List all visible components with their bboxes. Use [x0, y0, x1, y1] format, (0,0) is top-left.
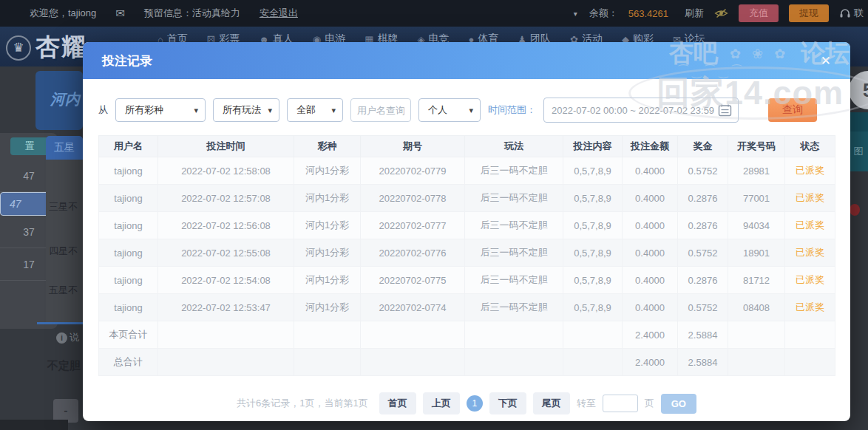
cell-content: 0,5,7,8,9	[563, 294, 623, 321]
info-icon: i	[56, 332, 67, 344]
cell-content: 0,5,7,8,9	[563, 157, 623, 185]
cell-status: 已派奖	[785, 239, 835, 267]
bg-red-dot	[850, 204, 860, 216]
bg-tab-0[interactable]: 三星不	[49, 200, 78, 214]
modal-title: 投注记录	[102, 52, 152, 69]
cell-bet-time: 2022-07-02 12:57:08	[158, 185, 294, 212]
cell-username: tajiong	[99, 267, 158, 294]
lottery-type-select[interactable]: 所有彩种 ▾	[115, 98, 206, 122]
notice-text: 预留信息：活动真给力	[144, 7, 240, 20]
cell-content: 0,5,7,8,9	[563, 239, 623, 267]
cell-issue: 20220702-0777	[361, 212, 465, 239]
status-select[interactable]: 全部 ▾	[287, 98, 343, 122]
modal-header: 投注记录 ✕	[83, 42, 850, 79]
page: 欢迎您，tajiong ✉ 预留信息：活动真给力 安全退出 ▾ 余额： 563.…	[0, 0, 868, 430]
cell-username: tajiong	[99, 294, 158, 321]
cell-lottery: 河内1分彩	[294, 294, 361, 321]
username-input[interactable]	[350, 98, 411, 122]
cell-play: 后三一码不定胆	[465, 267, 563, 294]
refresh-link[interactable]: 刷新	[685, 7, 704, 20]
date-range-value: 2022-07-02 00:00 ~ 2022-07-02 23:59	[552, 105, 714, 116]
bg-play-label: 不定胆	[47, 359, 81, 373]
cell-lottery: 河内1分彩	[294, 157, 361, 185]
chevron-down-icon: ▾	[331, 106, 336, 115]
col-header-issue: 期号	[361, 136, 465, 157]
cell-bet-time: 2022-07-02 12:53:47	[158, 294, 294, 321]
cell-status: 已派奖	[785, 267, 835, 294]
summary-cell-prize: 2.5884	[678, 349, 728, 376]
cell-content: 0,5,7,8,9	[563, 185, 623, 212]
cell-lottery: 河内1分彩	[294, 267, 361, 294]
bg-bottom-strip	[0, 420, 68, 430]
cell-draw-number: 28981	[728, 157, 785, 185]
col-header-amount: 投注金额	[623, 136, 678, 157]
close-icon[interactable]: ✕	[821, 55, 831, 67]
cell-issue: 20220702-0776	[361, 239, 465, 267]
withdraw-button[interactable]: 提现	[789, 4, 829, 22]
next-page-button[interactable]: 下页	[489, 392, 526, 414]
cell-lottery: 河内1分彩	[294, 185, 361, 212]
go-button[interactable]: GO	[661, 394, 696, 414]
play-type-select[interactable]: 所有玩法 ▾	[213, 98, 279, 122]
cell-amount: 0.4000	[623, 294, 678, 321]
bg-lottery-header: 河内	[35, 71, 83, 130]
summary-cell-amount: 2.4000	[623, 321, 678, 349]
summary-cell-lottery	[294, 349, 361, 376]
logout-link[interactable]: 安全退出	[260, 7, 298, 20]
date-range-input[interactable]: 2022-07-02 00:00 ~ 2022-07-02 23:59	[543, 98, 739, 123]
cell-prize: 0.2876	[678, 267, 728, 294]
summary-cell-lottery	[294, 321, 361, 349]
summary-row: 总合计2.40002.5884	[99, 349, 835, 376]
cell-status: 已派奖	[785, 185, 835, 212]
page-unit-label: 页	[645, 397, 654, 410]
brand-name: 杏耀	[35, 31, 87, 64]
summary-cell-bet-time	[158, 321, 294, 349]
cell-issue: 20220702-0779	[361, 157, 465, 185]
table-row: tajiong2022-07-02 12:53:47河内1分彩20220702-…	[99, 294, 835, 321]
cell-draw-number: 94034	[728, 212, 785, 239]
prev-page-button[interactable]: 上页	[423, 392, 460, 414]
scope-select[interactable]: 个人 ▾	[418, 98, 481, 122]
bg-tab-selected[interactable]: 五星	[46, 136, 83, 160]
bg-lottery-title: 河内	[50, 89, 80, 109]
search-button[interactable]: 查询	[768, 98, 817, 122]
last-page-button[interactable]: 尾页	[533, 392, 570, 414]
customer-service[interactable]: 联	[839, 7, 864, 20]
recharge-button[interactable]: 充值	[739, 4, 779, 22]
cell-prize: 0.2876	[678, 212, 728, 239]
cell-draw-number: 18901	[728, 239, 785, 267]
summary-cell-issue	[361, 321, 465, 349]
balance-caret-icon[interactable]: ▾	[574, 10, 577, 18]
table-row: tajiong2022-07-02 12:55:08河内1分彩20220702-…	[99, 239, 835, 267]
col-header-play: 玩法	[465, 136, 563, 157]
cell-username: tajiong	[99, 157, 158, 185]
status-value: 全部	[296, 103, 316, 117]
cell-amount: 0.4000	[623, 185, 678, 212]
summary-cell-status	[785, 321, 835, 349]
cell-username: tajiong	[99, 212, 158, 239]
brand-logo[interactable]: ♛ 杏耀	[6, 31, 87, 64]
modal-body: 从 所有彩种 ▾ 所有玩法 ▾ 全部 ▾ 个人 ▾ 时间范围：	[83, 98, 850, 414]
mail-icon[interactable]: ✉	[115, 7, 125, 20]
cell-prize: 0.5752	[678, 157, 728, 185]
cell-content: 0,5,7,8,9	[563, 212, 623, 239]
cell-amount: 0.4000	[623, 267, 678, 294]
eye-slash-icon[interactable]	[714, 8, 728, 18]
play-type-value: 所有玩法	[223, 103, 261, 117]
current-page-badge[interactable]: 1	[467, 395, 483, 412]
chevron-down-icon: ▾	[194, 106, 198, 115]
bg-tab-2[interactable]: 五星不	[49, 284, 78, 297]
scope-value: 个人	[428, 103, 447, 117]
cell-status: 已派奖	[785, 212, 835, 239]
goto-page-input[interactable]	[603, 395, 638, 412]
summary-cell-content	[563, 321, 623, 349]
cell-issue: 20220702-0774	[361, 294, 465, 321]
first-page-button[interactable]: 首页	[379, 392, 416, 414]
cell-play: 后三一码不定胆	[465, 185, 563, 212]
summary-cell-prize: 2.5884	[678, 321, 728, 349]
bg-tab-1[interactable]: 四星不	[49, 245, 78, 258]
summary-cell-issue	[361, 349, 465, 376]
summary-cell-play	[465, 321, 563, 349]
pagination: 共计6条记录，1页，当前第1页 首页 上页 1 下页 尾页 转至 页 GO	[98, 392, 835, 414]
balance-label: 余额：	[589, 7, 618, 20]
